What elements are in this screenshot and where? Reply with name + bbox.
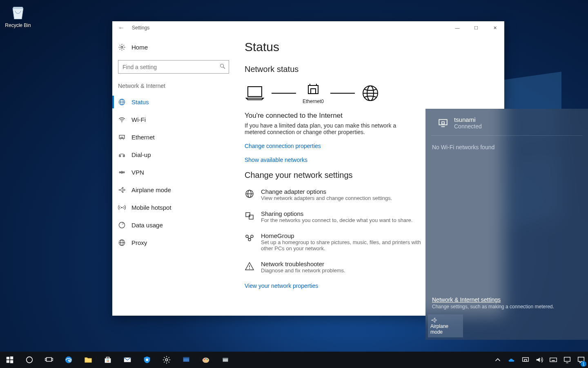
svg-rect-43 <box>442 121 445 123</box>
svg-rect-72 <box>524 359 527 361</box>
taskbar-app-1[interactable] <box>176 352 196 368</box>
maximize-button[interactable]: ☐ <box>467 21 486 34</box>
taskbar-explorer[interactable] <box>78 352 98 368</box>
home-label: Home <box>131 44 148 51</box>
svg-point-68 <box>206 360 207 361</box>
taskbar-app-2[interactable] <box>216 352 235 368</box>
minimize-button[interactable]: — <box>448 21 467 34</box>
flyout-connected-network[interactable]: tsunami Connected <box>431 109 582 136</box>
window-title: Settings <box>132 25 149 31</box>
sidebar-item-label: Ethernet <box>131 134 155 141</box>
option-desc: Set up a homegroup to share pictures, mu… <box>261 239 424 251</box>
mail-icon <box>123 355 132 364</box>
taskbar-store[interactable] <box>98 352 118 368</box>
paint-icon <box>201 355 210 364</box>
svg-point-6 <box>121 121 122 122</box>
taskbar-security[interactable] <box>137 352 157 368</box>
svg-rect-22 <box>248 87 262 96</box>
settings-sidebar: Home Network & Internet Status Wi-Fi Eth… <box>112 34 235 316</box>
flyout-network-name: tsunami <box>454 116 482 123</box>
flyout-settings-desc: Change settings, such as making a connec… <box>432 304 581 310</box>
svg-point-41 <box>249 268 250 269</box>
page-title: Status <box>245 40 494 54</box>
option-desc: View network adapters and change connect… <box>261 195 392 201</box>
section-network-status: Network status <box>245 65 494 74</box>
home-row[interactable]: Home <box>112 40 235 54</box>
option-title: Network troubleshooter <box>261 260 345 267</box>
gear-icon <box>162 355 171 364</box>
svg-rect-45 <box>7 357 9 359</box>
taskbar-paint[interactable] <box>196 352 216 368</box>
titlebar: ← Settings — ☐ ✕ <box>112 21 504 34</box>
svg-point-17 <box>121 207 122 208</box>
sharing-icon <box>245 211 254 221</box>
network-diagram: Ethernet0 <box>245 82 494 104</box>
app-icon <box>221 355 230 364</box>
sidebar-item-proxy[interactable]: Proxy <box>112 234 235 251</box>
taskbar-mail[interactable] <box>118 352 137 368</box>
flyout-network-state: Connected <box>454 123 482 130</box>
svg-rect-57 <box>107 361 107 361</box>
connected-description: If you have a limited data plan, you can… <box>245 122 408 135</box>
ethernet-icon <box>521 355 530 364</box>
sidebar-item-dialup[interactable]: Dial-up <box>112 146 235 164</box>
cortana-button[interactable] <box>20 352 39 368</box>
sidebar-item-airplane[interactable]: Airplane mode <box>112 181 235 199</box>
svg-point-37 <box>248 238 251 241</box>
cortana-icon <box>25 355 34 364</box>
tray-network[interactable] <box>519 352 532 368</box>
sidebar-item-vpn[interactable]: VPN <box>112 164 235 181</box>
chevron-up-icon <box>493 355 502 364</box>
svg-rect-50 <box>47 358 52 361</box>
svg-rect-12 <box>123 155 125 157</box>
edge-icon <box>64 355 73 364</box>
svg-point-49 <box>27 357 33 363</box>
tray-onedrive[interactable] <box>505 352 519 368</box>
flyout-toggle-label: Airplane mode <box>430 323 461 335</box>
ethernet-monitor-icon <box>438 118 448 128</box>
globe-icon <box>245 189 254 199</box>
start-button[interactable] <box>0 352 20 368</box>
option-desc: For the networks you connect to, decide … <box>261 217 412 223</box>
svg-rect-24 <box>311 89 316 94</box>
taskview-button[interactable] <box>39 352 59 368</box>
taskbar-settings[interactable] <box>157 352 176 368</box>
back-button[interactable]: ← <box>118 24 125 31</box>
svg-point-1 <box>220 64 224 67</box>
laptop-icon <box>245 85 265 101</box>
sidebar-item-status[interactable]: Status <box>112 93 235 111</box>
store-icon <box>103 355 112 364</box>
svg-point-61 <box>165 359 168 361</box>
recycle-bin-desktop-icon[interactable]: Recycle Bin <box>3 3 33 28</box>
sidebar-item-label: Proxy <box>131 239 147 246</box>
svg-rect-23 <box>308 85 318 94</box>
sidebar-item-hotspot[interactable]: Mobile hotspot <box>112 199 235 216</box>
svg-rect-51 <box>45 358 47 361</box>
svg-rect-46 <box>10 357 13 359</box>
wifi-icon <box>118 116 126 123</box>
tray-overflow[interactable] <box>491 352 505 368</box>
network-flyout: tsunami Connected No Wi-Fi networks foun… <box>425 109 588 340</box>
sidebar-item-wifi[interactable]: Wi-Fi <box>112 111 235 128</box>
search-input[interactable] <box>118 60 229 74</box>
close-button[interactable]: ✕ <box>486 21 504 34</box>
taskbar-edge[interactable] <box>59 352 78 368</box>
svg-rect-8 <box>121 137 123 139</box>
action-center-button[interactable] <box>574 352 588 368</box>
tray-keyboard[interactable] <box>546 352 560 368</box>
flyout-airplane-toggle[interactable]: Airplane mode <box>428 314 463 337</box>
flyout-settings-link[interactable]: Network & Internet settings <box>432 296 581 303</box>
sidebar-item-datausage[interactable]: Data usage <box>112 216 235 234</box>
tray-volume[interactable] <box>532 352 546 368</box>
sidebar-item-label: Dial-up <box>131 151 151 158</box>
option-desc: Diagnose and fix network problems. <box>261 267 345 274</box>
action-center-icon <box>577 355 586 364</box>
sidebar-item-ethernet[interactable]: Ethernet <box>112 128 235 146</box>
tray-input[interactable] <box>560 352 574 368</box>
option-title: HomeGroup <box>261 232 424 239</box>
svg-point-67 <box>207 359 208 360</box>
svg-point-13 <box>119 172 120 173</box>
svg-point-0 <box>121 46 123 48</box>
svg-rect-52 <box>51 358 53 361</box>
svg-rect-54 <box>105 358 111 363</box>
